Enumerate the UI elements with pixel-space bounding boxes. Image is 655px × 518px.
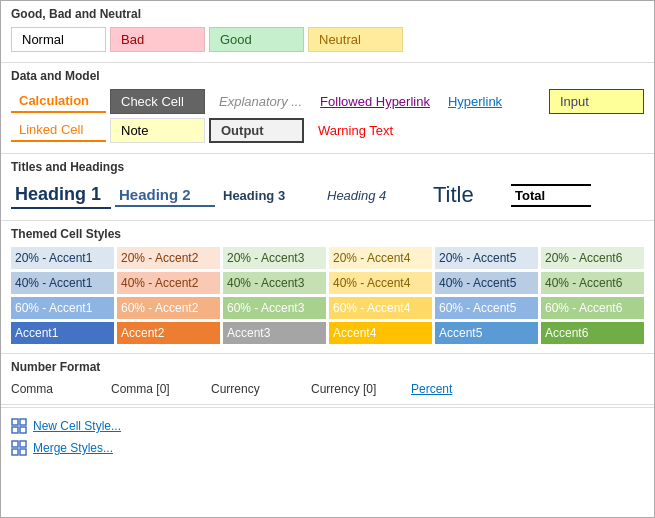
dm-cell-note[interactable]: Note <box>110 118 205 143</box>
themed-row-3: Accent1Accent2Accent3Accent4Accent5Accen… <box>11 322 644 344</box>
themed-cell-40----accent1[interactable]: 40% - Accent1 <box>11 272 114 294</box>
themed-cell-20----accent3[interactable]: 20% - Accent3 <box>223 247 326 269</box>
themed-row-2: 60% - Accent160% - Accent260% - Accent36… <box>11 297 644 319</box>
nf-item-currency[interactable]: Currency <box>211 380 311 398</box>
data-model-row1: CalculationCheck CellExplanatory ...Foll… <box>11 89 644 114</box>
number-format-label: Number Format <box>11 360 644 374</box>
dm-cell-output[interactable]: Output <box>209 118 304 143</box>
themed-cell-40----accent5[interactable]: 40% - Accent5 <box>435 272 538 294</box>
themed-cell-accent2[interactable]: Accent2 <box>117 322 220 344</box>
gbn-cell-neutral[interactable]: Neutral <box>308 27 403 52</box>
themed-cell-40----accent3[interactable]: 40% - Accent3 <box>223 272 326 294</box>
dm-cell-hyperlink[interactable]: Hyperlink <box>438 90 512 113</box>
gbn-cell-good[interactable]: Good <box>209 27 304 52</box>
themed-cell-20----accent6[interactable]: 20% - Accent6 <box>541 247 644 269</box>
action-label-merge-styles---: Merge Styles... <box>33 441 113 455</box>
themed-cell-40----accent4[interactable]: 40% - Accent4 <box>329 272 432 294</box>
svg-rect-0 <box>12 419 18 425</box>
dm-cell-warning-text[interactable]: Warning Text <box>308 119 403 142</box>
themed-cell-40----accent6[interactable]: 40% - Accent6 <box>541 272 644 294</box>
themed-cell-60----accent6[interactable]: 60% - Accent6 <box>541 297 644 319</box>
th-cell-heading-2[interactable]: Heading 2 <box>115 184 215 207</box>
themed-styles-section: Themed Cell Styles 20% - Accent120% - Ac… <box>1 221 654 354</box>
number-format-section: Number Format CommaComma [0]CurrencyCurr… <box>1 354 654 405</box>
titles-headings-label: Titles and Headings <box>11 160 644 174</box>
th-cell-total[interactable]: Total <box>511 184 591 207</box>
svg-rect-7 <box>20 449 26 455</box>
dm-cell-explanatory----[interactable]: Explanatory ... <box>209 90 312 113</box>
themed-cell-60----accent1[interactable]: 60% - Accent1 <box>11 297 114 319</box>
themed-cell-accent4[interactable]: Accent4 <box>329 322 432 344</box>
themed-cell-20----accent4[interactable]: 20% - Accent4 <box>329 247 432 269</box>
bottom-actions: New Cell Style... Merge Styles... <box>1 410 654 470</box>
titles-headings-section: Titles and Headings Heading 1Heading 2He… <box>1 154 654 221</box>
themed-cell-accent5[interactable]: Accent5 <box>435 322 538 344</box>
themed-cell-20----accent2[interactable]: 20% - Accent2 <box>117 247 220 269</box>
number-format-row: CommaComma [0]CurrencyCurrency [0]Percen… <box>11 380 644 398</box>
th-cell-title[interactable]: Title <box>427 180 507 210</box>
themed-cell-60----accent2[interactable]: 60% - Accent2 <box>117 297 220 319</box>
dm-cell-input[interactable]: Input <box>549 89 644 114</box>
data-model-row2: Linked CellNoteOutputWarning Text <box>11 118 644 143</box>
svg-rect-1 <box>20 419 26 425</box>
nf-item-currency--0-[interactable]: Currency [0] <box>311 380 411 398</box>
th-cell-heading-4[interactable]: Heading 4 <box>323 186 423 205</box>
data-model-label: Data and Model <box>11 69 644 83</box>
themed-cell-20----accent1[interactable]: 20% - Accent1 <box>11 247 114 269</box>
themed-cell-accent1[interactable]: Accent1 <box>11 322 114 344</box>
svg-rect-6 <box>12 449 18 455</box>
action-row-new-cell-style---[interactable]: New Cell Style... <box>11 418 644 434</box>
data-model-section: Data and Model CalculationCheck CellExpl… <box>1 63 654 154</box>
themed-row-0: 20% - Accent120% - Accent220% - Accent32… <box>11 247 644 269</box>
good-bad-neutral-row: NormalBadGoodNeutral <box>11 27 644 52</box>
svg-rect-3 <box>20 427 26 433</box>
good-bad-neutral-label: Good, Bad and Neutral <box>11 7 644 21</box>
dm-cell-linked-cell[interactable]: Linked Cell <box>11 119 106 142</box>
themed-cell-20----accent5[interactable]: 20% - Accent5 <box>435 247 538 269</box>
th-cell-heading-3[interactable]: Heading 3 <box>219 186 319 205</box>
themed-cell-60----accent4[interactable]: 60% - Accent4 <box>329 297 432 319</box>
nf-item-percent[interactable]: Percent <box>411 380 511 398</box>
dm-cell-calculation[interactable]: Calculation <box>11 90 106 113</box>
good-bad-neutral-section: Good, Bad and Neutral NormalBadGoodNeutr… <box>1 1 654 63</box>
themed-cell-40----accent2[interactable]: 40% - Accent2 <box>117 272 220 294</box>
themed-cell-accent3[interactable]: Accent3 <box>223 322 326 344</box>
svg-rect-5 <box>20 441 26 447</box>
svg-rect-4 <box>12 441 18 447</box>
gbn-cell-normal[interactable]: Normal <box>11 27 106 52</box>
action-row-merge-styles---[interactable]: Merge Styles... <box>11 440 644 456</box>
titles-headings-row: Heading 1Heading 2Heading 3Heading 4Titl… <box>11 180 644 210</box>
nf-item-comma[interactable]: Comma <box>11 380 111 398</box>
themed-cell-accent6[interactable]: Accent6 <box>541 322 644 344</box>
svg-rect-2 <box>12 427 18 433</box>
themed-row-1: 40% - Accent140% - Accent240% - Accent34… <box>11 272 644 294</box>
dm-cell-check-cell[interactable]: Check Cell <box>110 89 205 114</box>
th-cell-heading-1[interactable]: Heading 1 <box>11 182 111 209</box>
nf-item-comma--0-[interactable]: Comma [0] <box>111 380 211 398</box>
action-label-new-cell-style---: New Cell Style... <box>33 419 121 433</box>
merge-styles-icon <box>11 440 27 456</box>
gbn-cell-bad[interactable]: Bad <box>110 27 205 52</box>
themed-styles-label: Themed Cell Styles <box>11 227 644 241</box>
dm-cell-followed-hyperlink[interactable]: Followed Hyperlink <box>316 90 434 113</box>
themed-cell-60----accent3[interactable]: 60% - Accent3 <box>223 297 326 319</box>
themed-cell-60----accent5[interactable]: 60% - Accent5 <box>435 297 538 319</box>
new-cell-style-icon <box>11 418 27 434</box>
